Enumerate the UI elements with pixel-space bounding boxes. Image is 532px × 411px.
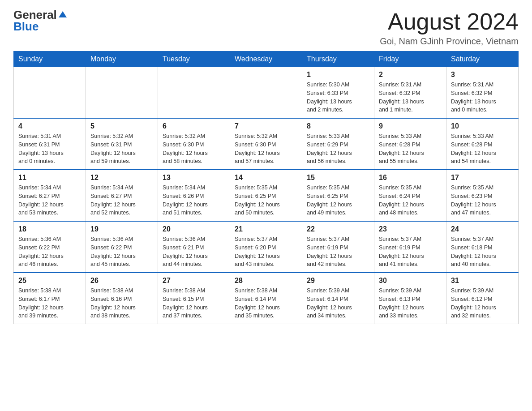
- calendar-cell: 6Sunrise: 5:32 AMSunset: 6:30 PMDaylight…: [158, 118, 230, 170]
- logo-blue-text: Blue: [13, 21, 39, 32]
- day-info: Sunrise: 5:34 AMSunset: 6:27 PMDaylight:…: [18, 184, 81, 217]
- day-number: 5: [90, 122, 153, 130]
- header-saturday: Saturday: [446, 51, 519, 67]
- day-info: Sunrise: 5:31 AMSunset: 6:31 PMDaylight:…: [18, 132, 81, 166]
- day-number: 9: [379, 122, 442, 130]
- page-header: General Blue August 2024 Goi, Nam GJinh …: [13, 9, 519, 47]
- calendar-cell: 24Sunrise: 5:37 AMSunset: 6:18 PMDayligh…: [446, 221, 519, 273]
- header-monday: Monday: [86, 51, 158, 67]
- day-info: Sunrise: 5:39 AMSunset: 6:14 PMDaylight:…: [307, 287, 369, 320]
- calendar-cell: 2Sunrise: 5:31 AMSunset: 6:32 PMDaylight…: [374, 67, 446, 119]
- day-number: 14: [235, 174, 297, 182]
- calendar-cell: [86, 67, 158, 119]
- header-sunday: Sunday: [14, 51, 86, 67]
- day-info: Sunrise: 5:38 AMSunset: 6:16 PMDaylight:…: [90, 287, 153, 320]
- calendar-cell: 22Sunrise: 5:37 AMSunset: 6:19 PMDayligh…: [302, 221, 374, 273]
- day-info: Sunrise: 5:31 AMSunset: 6:32 PMDaylight:…: [451, 81, 514, 114]
- day-info: Sunrise: 5:39 AMSunset: 6:12 PMDaylight:…: [451, 287, 514, 320]
- day-number: 25: [18, 277, 81, 285]
- calendar-cell: 23Sunrise: 5:37 AMSunset: 6:19 PMDayligh…: [374, 221, 446, 273]
- day-number: 30: [379, 277, 442, 285]
- month-title: August 2024: [380, 9, 519, 34]
- calendar-week-5: 25Sunrise: 5:38 AMSunset: 6:17 PMDayligh…: [14, 273, 519, 324]
- day-info: Sunrise: 5:30 AMSunset: 6:33 PMDaylight:…: [307, 81, 369, 114]
- calendar-cell: 27Sunrise: 5:38 AMSunset: 6:15 PMDayligh…: [158, 273, 230, 324]
- day-info: Sunrise: 5:33 AMSunset: 6:29 PMDaylight:…: [307, 132, 369, 166]
- day-number: 24: [451, 225, 514, 233]
- calendar-cell: 13Sunrise: 5:34 AMSunset: 6:26 PMDayligh…: [158, 170, 230, 221]
- day-number: 19: [90, 225, 153, 233]
- day-number: 15: [307, 174, 369, 182]
- day-number: 4: [18, 122, 81, 130]
- header-tuesday: Tuesday: [158, 51, 230, 67]
- calendar-cell: 9Sunrise: 5:33 AMSunset: 6:28 PMDaylight…: [374, 118, 446, 170]
- day-info: Sunrise: 5:33 AMSunset: 6:28 PMDaylight:…: [379, 132, 442, 166]
- calendar-cell: [14, 67, 86, 119]
- calendar-cell: 18Sunrise: 5:36 AMSunset: 6:22 PMDayligh…: [14, 221, 86, 273]
- day-number: 26: [90, 277, 153, 285]
- day-number: 1: [307, 71, 369, 79]
- day-number: 8: [307, 122, 369, 130]
- calendar-cell: 14Sunrise: 5:35 AMSunset: 6:25 PMDayligh…: [230, 170, 302, 221]
- day-info: Sunrise: 5:32 AMSunset: 6:30 PMDaylight:…: [163, 132, 225, 166]
- day-number: 27: [163, 277, 225, 285]
- calendar-cell: 25Sunrise: 5:38 AMSunset: 6:17 PMDayligh…: [14, 273, 86, 324]
- header-wednesday: Wednesday: [230, 51, 302, 67]
- day-number: 6: [163, 122, 225, 130]
- calendar-cell: [230, 67, 302, 119]
- calendar-week-2: 4Sunrise: 5:31 AMSunset: 6:31 PMDaylight…: [14, 118, 519, 170]
- day-info: Sunrise: 5:34 AMSunset: 6:26 PMDaylight:…: [163, 184, 225, 217]
- day-info: Sunrise: 5:33 AMSunset: 6:28 PMDaylight:…: [451, 132, 514, 166]
- day-info: Sunrise: 5:37 AMSunset: 6:19 PMDaylight:…: [307, 235, 369, 269]
- day-number: 10: [451, 122, 514, 130]
- calendar-cell: 11Sunrise: 5:34 AMSunset: 6:27 PMDayligh…: [14, 170, 86, 221]
- day-info: Sunrise: 5:37 AMSunset: 6:19 PMDaylight:…: [379, 235, 442, 269]
- day-info: Sunrise: 5:36 AMSunset: 6:21 PMDaylight:…: [163, 235, 225, 269]
- day-info: Sunrise: 5:39 AMSunset: 6:13 PMDaylight:…: [379, 287, 442, 320]
- day-info: Sunrise: 5:35 AMSunset: 6:23 PMDaylight:…: [451, 184, 514, 217]
- calendar-table: SundayMondayTuesdayWednesdayThursdayFrid…: [13, 51, 519, 324]
- day-number: 21: [235, 225, 297, 233]
- calendar-cell: 21Sunrise: 5:37 AMSunset: 6:20 PMDayligh…: [230, 221, 302, 273]
- day-number: 3: [451, 71, 514, 79]
- calendar-cell: 4Sunrise: 5:31 AMSunset: 6:31 PMDaylight…: [14, 118, 86, 170]
- calendar-cell: 28Sunrise: 5:38 AMSunset: 6:14 PMDayligh…: [230, 273, 302, 324]
- day-number: 16: [379, 174, 442, 182]
- calendar-cell: 1Sunrise: 5:30 AMSunset: 6:33 PMDaylight…: [302, 67, 374, 119]
- logo-general-text: General: [13, 9, 57, 21]
- calendar-cell: 7Sunrise: 5:32 AMSunset: 6:30 PMDaylight…: [230, 118, 302, 170]
- calendar-cell: 20Sunrise: 5:36 AMSunset: 6:21 PMDayligh…: [158, 221, 230, 273]
- header-friday: Friday: [374, 51, 446, 67]
- day-info: Sunrise: 5:34 AMSunset: 6:27 PMDaylight:…: [90, 184, 153, 217]
- day-number: 28: [235, 277, 297, 285]
- day-info: Sunrise: 5:32 AMSunset: 6:31 PMDaylight:…: [90, 132, 153, 166]
- title-area: August 2024 Goi, Nam GJinh Province, Vie…: [380, 9, 519, 47]
- calendar-cell: 17Sunrise: 5:35 AMSunset: 6:23 PMDayligh…: [446, 170, 519, 221]
- day-number: 31: [451, 277, 514, 285]
- calendar-cell: 29Sunrise: 5:39 AMSunset: 6:14 PMDayligh…: [302, 273, 374, 324]
- day-info: Sunrise: 5:36 AMSunset: 6:22 PMDaylight:…: [90, 235, 153, 269]
- day-number: 20: [163, 225, 225, 233]
- day-number: 2: [379, 71, 442, 79]
- calendar-week-3: 11Sunrise: 5:34 AMSunset: 6:27 PMDayligh…: [14, 170, 519, 221]
- calendar-week-4: 18Sunrise: 5:36 AMSunset: 6:22 PMDayligh…: [14, 221, 519, 273]
- logo: General Blue: [13, 9, 67, 32]
- day-number: 13: [163, 174, 225, 182]
- day-info: Sunrise: 5:35 AMSunset: 6:25 PMDaylight:…: [235, 184, 297, 217]
- day-number: 11: [18, 174, 81, 182]
- calendar-week-1: 1Sunrise: 5:30 AMSunset: 6:33 PMDaylight…: [14, 67, 519, 119]
- calendar-cell: 31Sunrise: 5:39 AMSunset: 6:12 PMDayligh…: [446, 273, 519, 324]
- location-subtitle: Goi, Nam GJinh Province, Vietnam: [380, 36, 519, 47]
- header-thursday: Thursday: [302, 51, 374, 67]
- calendar-cell: 19Sunrise: 5:36 AMSunset: 6:22 PMDayligh…: [86, 221, 158, 273]
- calendar-cell: 30Sunrise: 5:39 AMSunset: 6:13 PMDayligh…: [374, 273, 446, 324]
- calendar-cell: 8Sunrise: 5:33 AMSunset: 6:29 PMDaylight…: [302, 118, 374, 170]
- day-info: Sunrise: 5:36 AMSunset: 6:22 PMDaylight:…: [18, 235, 81, 269]
- day-number: 17: [451, 174, 514, 182]
- day-info: Sunrise: 5:37 AMSunset: 6:20 PMDaylight:…: [235, 235, 297, 269]
- day-number: 7: [235, 122, 297, 130]
- day-number: 22: [307, 225, 369, 233]
- day-number: 18: [18, 225, 81, 233]
- day-info: Sunrise: 5:32 AMSunset: 6:30 PMDaylight:…: [235, 132, 297, 166]
- calendar-cell: 16Sunrise: 5:35 AMSunset: 6:24 PMDayligh…: [374, 170, 446, 221]
